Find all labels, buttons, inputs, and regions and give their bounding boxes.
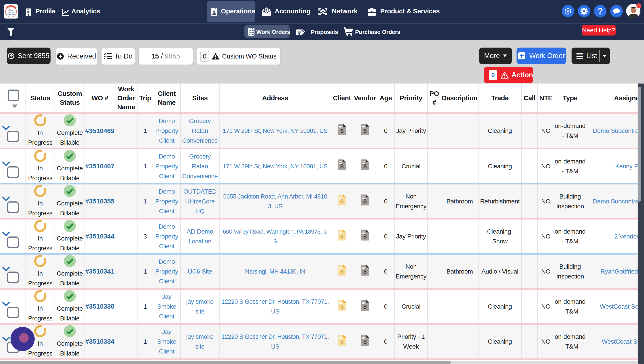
svg-text:$: $	[363, 338, 367, 345]
svg-text:$: $	[340, 128, 344, 134]
svg-text:$: $	[363, 198, 367, 205]
svg-text:Service: Service	[8, 11, 14, 14]
svg-text:Broker LLC: Broker LLC	[6, 13, 16, 16]
svg-text:$: $	[363, 268, 367, 275]
svg-text:$: $	[340, 268, 344, 275]
svg-text:$: $	[363, 233, 367, 240]
svg-text:$: $	[363, 128, 367, 134]
svg-text:$: $	[363, 303, 367, 310]
svg-text:$: $	[265, 8, 268, 12]
svg-text:$: $	[340, 233, 344, 240]
svg-text:$: $	[363, 163, 367, 170]
svg-text:$: $	[340, 163, 344, 170]
svg-text:$: $	[340, 338, 344, 345]
svg-text:$: $	[340, 303, 344, 310]
svg-text:$: $	[340, 198, 344, 205]
svg-text:Demo: Demo	[9, 9, 14, 11]
